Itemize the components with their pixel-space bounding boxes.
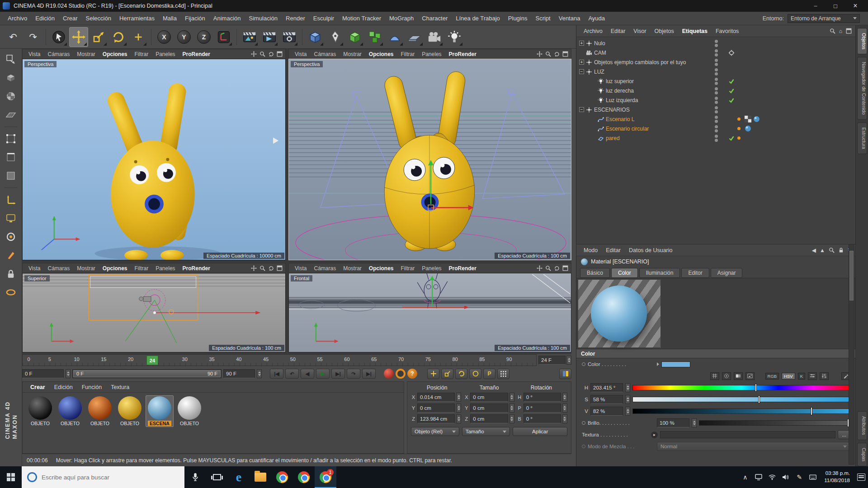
chrome-app[interactable] xyxy=(271,466,293,488)
back-arrow-icon[interactable]: ◀ xyxy=(812,247,816,253)
paint-tool-button[interactable] xyxy=(2,247,19,264)
vp-menu-filtrar[interactable]: Filtrar xyxy=(398,265,418,272)
zoom-view-icon[interactable] xyxy=(259,51,265,57)
visibility-dots[interactable] xyxy=(715,78,718,85)
make-editable-button[interactable] xyxy=(2,51,19,68)
tab-editor[interactable]: Editor xyxy=(681,268,709,278)
position-x-field[interactable]: 0.014 cm xyxy=(417,393,455,402)
camera-active-icon[interactable] xyxy=(728,50,735,56)
range-start-field[interactable]: 0 F xyxy=(22,369,64,378)
pan-view-icon[interactable] xyxy=(537,265,542,271)
up-arrow-icon[interactable]: ▲ xyxy=(820,247,825,253)
current-frame-field[interactable]: 24 F xyxy=(538,356,566,365)
vp-menu-mostrar[interactable]: Mostrar xyxy=(340,265,365,272)
keyframe-dot[interactable] xyxy=(582,421,585,425)
tab-objetos[interactable]: Objetos xyxy=(857,28,867,54)
search-input[interactable] xyxy=(42,474,179,481)
saturation-slider[interactable] xyxy=(632,397,850,402)
position-y-field[interactable]: 0 cm xyxy=(417,404,455,413)
next-key-button[interactable]: ↷ xyxy=(347,369,360,379)
vp-menu-camaras[interactable]: Cámaras xyxy=(44,51,73,57)
texture-tag-icon[interactable] xyxy=(745,116,751,122)
maximize-view-icon[interactable] xyxy=(562,265,568,271)
spinner[interactable] xyxy=(562,393,567,402)
vp-menu-paneles[interactable]: Paneles xyxy=(152,51,178,57)
vp-menu-camaras[interactable]: Cámaras xyxy=(311,51,339,57)
vp-menu-filtrar[interactable]: Filtrar xyxy=(132,265,152,272)
range-end-field[interactable]: 90 F xyxy=(223,369,255,378)
vp-menu-paneles[interactable]: Paneles xyxy=(419,51,444,57)
object-row-escenario-l[interactable]: Escenario L xyxy=(576,114,856,124)
search-icon[interactable] xyxy=(829,247,835,253)
hue-slider[interactable] xyxy=(632,385,850,390)
vp-menu-paneles[interactable]: Paneles xyxy=(419,265,444,272)
visibility-dots[interactable] xyxy=(715,97,718,104)
coordinate-mode-dropdown[interactable]: Objeto (Rel) xyxy=(411,427,459,436)
om-menu-editar[interactable]: Editar xyxy=(607,28,629,34)
menu-plugins[interactable]: Plugins xyxy=(504,13,532,23)
vp-menu-filtrar[interactable]: Filtrar xyxy=(132,51,152,57)
menu-archivo[interactable]: Archivo xyxy=(4,13,31,23)
tab-basico[interactable]: Básico xyxy=(580,268,610,278)
material-swatch[interactable]: OBJETO xyxy=(26,395,54,427)
add-floor-environment-button[interactable] xyxy=(405,27,424,47)
menu-simulacion[interactable]: Simulación xyxy=(245,13,282,23)
last-tool-used[interactable] xyxy=(129,27,148,47)
next-frame-button[interactable]: ▶| xyxy=(331,369,345,379)
hsv-mode-button[interactable]: HSV xyxy=(782,373,795,380)
object-row-escenario-circular[interactable]: Escenario circular xyxy=(576,124,856,133)
spinner[interactable] xyxy=(456,393,461,402)
add-subdivision-surface-button[interactable] xyxy=(345,27,364,47)
vp-menu-opciones[interactable]: Opciones xyxy=(99,265,131,272)
viewport-solo-button[interactable] xyxy=(2,210,19,227)
object-row-nulo[interactable]: Nulo xyxy=(576,38,856,48)
spinner[interactable] xyxy=(509,393,514,402)
object-row-escenarios[interactable]: ESCENARIOS xyxy=(576,105,856,114)
edge-app[interactable]: e xyxy=(228,466,250,488)
menu-ayuda[interactable]: Ayuda xyxy=(584,13,609,23)
vp-menu-opciones[interactable]: Opciones xyxy=(366,51,397,57)
redo-button[interactable]: ↷ xyxy=(24,27,42,47)
pen-tray-icon[interactable]: ✎ xyxy=(793,466,806,488)
enable-axis-button[interactable] xyxy=(2,191,19,208)
material-swatch-selected[interactable]: ESCENA xyxy=(146,395,174,427)
k-mode-button[interactable]: K xyxy=(798,373,805,380)
rotation-h-field[interactable]: 0 ° xyxy=(524,393,561,402)
material-swatch[interactable]: OBJETO xyxy=(56,395,84,427)
vp-menu-vista[interactable]: Vista xyxy=(25,265,43,272)
enabled-check-icon[interactable] xyxy=(728,97,735,103)
rgb-mode-button[interactable]: RGB xyxy=(765,373,779,380)
brightness-slider[interactable] xyxy=(699,420,850,426)
add-mograph-cloner-button[interactable] xyxy=(365,27,384,47)
visibility-dots[interactable] xyxy=(715,40,718,47)
prev-frame-button[interactable]: ◀ xyxy=(301,369,314,379)
apply-button[interactable]: Aplicar xyxy=(513,427,567,436)
tab-navegador-de-contenido[interactable]: Navegador de Contenido xyxy=(857,57,867,120)
live-selection-tool[interactable] xyxy=(49,27,68,47)
visibility-dots[interactable] xyxy=(715,116,718,123)
material-swatch[interactable]: OBJETO xyxy=(175,395,203,427)
gradient-icon[interactable] xyxy=(734,372,743,380)
file-explorer-app[interactable] xyxy=(250,466,271,488)
spinner[interactable] xyxy=(562,414,567,423)
texture-mode-button[interactable] xyxy=(2,88,19,105)
locked-workplane-button[interactable] xyxy=(2,265,19,282)
maximize-view-icon[interactable] xyxy=(562,51,568,57)
search-icon[interactable] xyxy=(830,28,835,34)
am-menu-editar[interactable]: Editar xyxy=(602,247,624,253)
visibility-dots[interactable] xyxy=(715,49,718,56)
vp-menu-vista[interactable]: Vista xyxy=(292,51,310,57)
visibility-dots[interactable] xyxy=(715,87,718,94)
spinner[interactable] xyxy=(509,414,514,423)
chrome-app-2[interactable] xyxy=(293,466,315,488)
menu-linea-de-trabajo[interactable]: Línea de Trabajo xyxy=(452,13,504,23)
visibility-dots[interactable] xyxy=(715,135,718,142)
expand-icon[interactable] xyxy=(579,41,584,46)
frame-spinner[interactable] xyxy=(566,356,571,365)
lock-icon[interactable] xyxy=(838,247,844,253)
add-deformer-button[interactable] xyxy=(385,27,404,47)
prev-key-button[interactable]: ↶ xyxy=(285,369,299,379)
menu-animacion[interactable]: Animación xyxy=(209,13,245,23)
visibility-dots[interactable] xyxy=(715,106,718,113)
maximize-view-icon[interactable] xyxy=(277,265,283,271)
